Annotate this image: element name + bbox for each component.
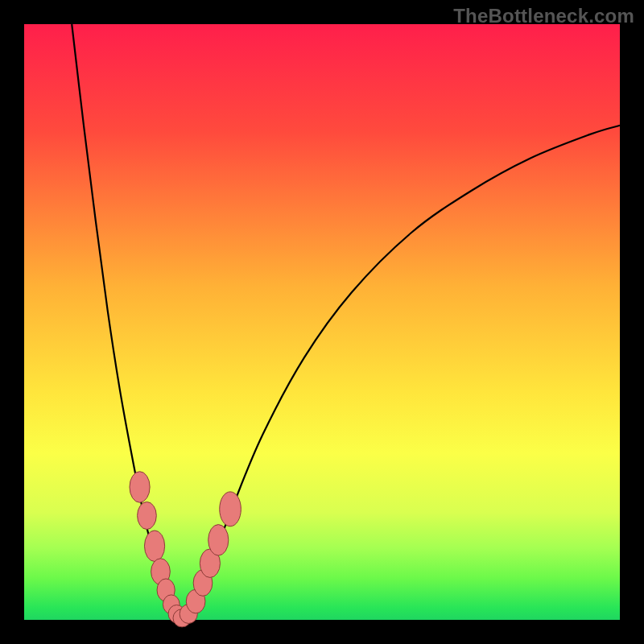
data-marker [220,492,242,526]
data-marker [144,530,164,561]
marker-group [130,472,241,627]
watermark-text: TheBottleneck.com [453,5,634,27]
data-marker [130,472,150,502]
curve-left [72,24,178,618]
plot-area [24,24,620,620]
chart-frame: TheBottleneck.com [0,0,644,644]
curve-right [186,126,620,618]
curve-layer [24,24,620,620]
data-marker [208,525,229,555]
data-marker [138,502,157,529]
